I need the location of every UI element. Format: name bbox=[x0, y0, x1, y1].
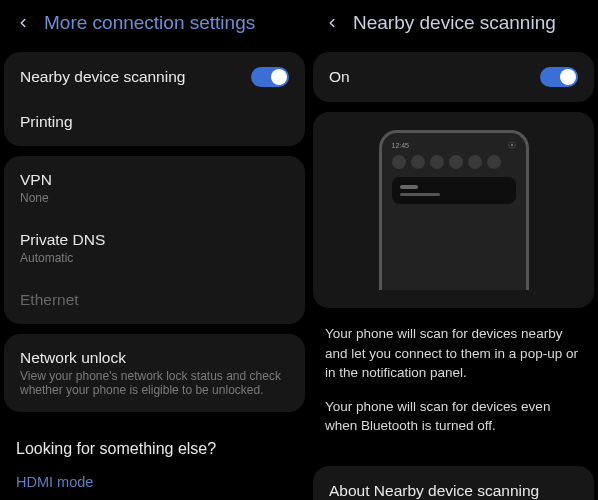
row-about[interactable]: About Nearby device scanning bbox=[313, 466, 594, 500]
dot-icon bbox=[449, 155, 463, 169]
page-title: Nearby device scanning bbox=[353, 12, 556, 34]
row-on-switch[interactable]: On bbox=[313, 54, 594, 100]
row-label: Ethernet bbox=[20, 291, 79, 309]
phone-app-dots bbox=[392, 155, 516, 169]
toggle-nearby-scanning[interactable] bbox=[251, 67, 289, 87]
svg-point-0 bbox=[511, 144, 513, 146]
row-label: Nearby device scanning bbox=[20, 68, 185, 86]
row-printing[interactable]: Printing bbox=[4, 100, 305, 144]
row-sub: Automatic bbox=[20, 251, 289, 265]
section-network-unlock: Network unlock View your phone's network… bbox=[4, 334, 305, 412]
row-label: On bbox=[329, 68, 350, 86]
dot-icon bbox=[468, 155, 482, 169]
settings-panel-nearby-scanning: Nearby device scanning On 12:45 bbox=[309, 0, 598, 500]
row-vpn[interactable]: VPN None bbox=[4, 158, 305, 218]
page-title: More connection settings bbox=[44, 12, 255, 34]
dot-icon bbox=[392, 155, 406, 169]
settings-panel-more-connections: More connection settings Nearby device s… bbox=[0, 0, 309, 500]
phone-notification bbox=[392, 177, 516, 204]
notif-line bbox=[400, 193, 440, 196]
gear-icon bbox=[508, 141, 516, 149]
row-nearby-scanning[interactable]: Nearby device scanning bbox=[4, 54, 305, 100]
notif-line bbox=[400, 185, 418, 189]
dot-icon bbox=[430, 155, 444, 169]
back-icon[interactable] bbox=[14, 14, 32, 32]
section-network: VPN None Private DNS Automatic Ethernet bbox=[4, 156, 305, 324]
illustration-phone: 12:45 bbox=[313, 112, 594, 308]
description-paragraph: Your phone will scan for devices nearby … bbox=[325, 324, 582, 383]
row-private-dns[interactable]: Private DNS Automatic bbox=[4, 218, 305, 278]
link-hdmi-mode[interactable]: HDMI mode bbox=[0, 464, 309, 500]
back-icon[interactable] bbox=[323, 14, 341, 32]
dot-icon bbox=[487, 155, 501, 169]
row-sub: None bbox=[20, 191, 289, 205]
row-label: Printing bbox=[20, 113, 73, 131]
looking-header: Looking for something else? bbox=[0, 422, 309, 464]
phone-mockup: 12:45 bbox=[379, 130, 529, 290]
section-master-toggle: On bbox=[313, 52, 594, 102]
header: More connection settings bbox=[0, 0, 309, 48]
toggle-nearby-master[interactable] bbox=[540, 67, 578, 87]
section-connection-toggles: Nearby device scanning Printing bbox=[4, 52, 305, 146]
row-label: Network unlock bbox=[20, 349, 289, 367]
phone-status-bar: 12:45 bbox=[392, 141, 516, 149]
description-text: Your phone will scan for devices nearby … bbox=[309, 318, 598, 460]
row-ethernet: Ethernet bbox=[4, 278, 305, 322]
row-label: VPN bbox=[20, 171, 289, 189]
phone-time: 12:45 bbox=[392, 142, 410, 149]
dot-icon bbox=[411, 155, 425, 169]
row-label: Private DNS bbox=[20, 231, 289, 249]
description-paragraph: Your phone will scan for devices even wh… bbox=[325, 397, 582, 436]
row-network-unlock[interactable]: Network unlock View your phone's network… bbox=[4, 336, 305, 410]
row-sub: View your phone's network lock status an… bbox=[20, 369, 289, 397]
header: Nearby device scanning bbox=[309, 0, 598, 48]
